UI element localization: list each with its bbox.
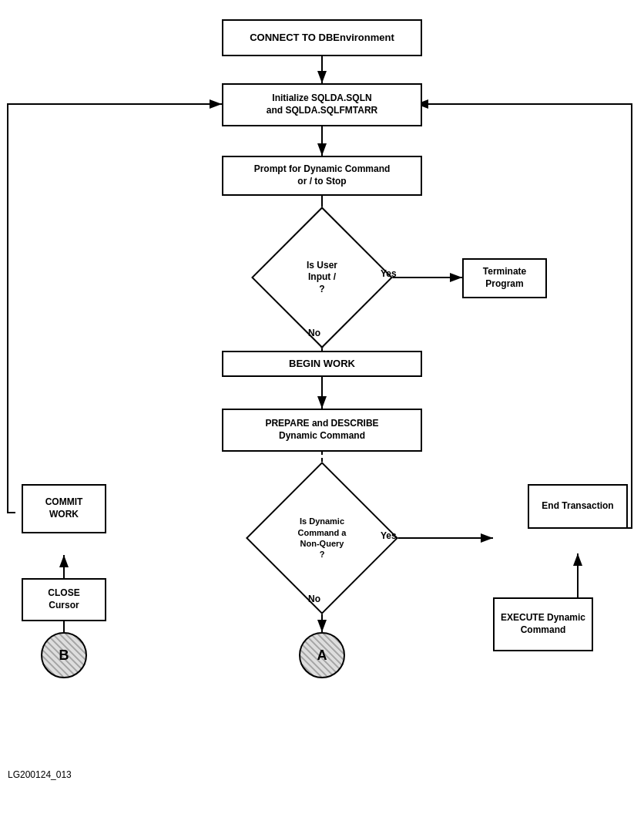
circle-b: B bbox=[41, 632, 87, 678]
figure-label: LG200124_013 bbox=[8, 769, 72, 780]
is-user-input-label: Is User Input / ? bbox=[280, 260, 364, 296]
circle-a: A bbox=[299, 632, 345, 678]
execute-box: EXECUTE Dynamic Command bbox=[493, 597, 593, 651]
is-user-input-diamond: Is User Input / ? bbox=[257, 231, 387, 324]
no-label-user-input: No bbox=[308, 328, 320, 338]
prepare-box: PREPARE and DESCRIBE Dynamic Command bbox=[222, 409, 422, 452]
circle-a-label: A bbox=[317, 648, 327, 664]
close-cursor-box: CLOSE Cursor bbox=[22, 578, 106, 621]
commit-work-box: COMMIT WORK bbox=[22, 484, 106, 533]
prompt-box: Prompt for Dynamic Command or / to Stop bbox=[222, 156, 422, 196]
circle-b-label: B bbox=[59, 648, 69, 664]
initialize-box: Initialize SQLDA.SQLN and SQLDA.SQLFMTAR… bbox=[222, 83, 422, 126]
is-non-query-diamond: Is Dynamic Command a Non-Query ? bbox=[257, 484, 387, 592]
no-label-non-query: No bbox=[308, 594, 320, 604]
begin-work-box: BEGIN WORK bbox=[222, 351, 422, 377]
yes-label-non-query: Yes bbox=[381, 530, 397, 541]
yes-label-user-input: Yes bbox=[381, 268, 397, 279]
connect-box: CONNECT TO DBEnvironment bbox=[222, 19, 422, 56]
is-non-query-label: Is Dynamic Command a Non-Query ? bbox=[278, 516, 367, 560]
terminate-box: Terminate Program bbox=[462, 258, 547, 298]
end-transaction-box: End Transaction bbox=[528, 484, 628, 529]
